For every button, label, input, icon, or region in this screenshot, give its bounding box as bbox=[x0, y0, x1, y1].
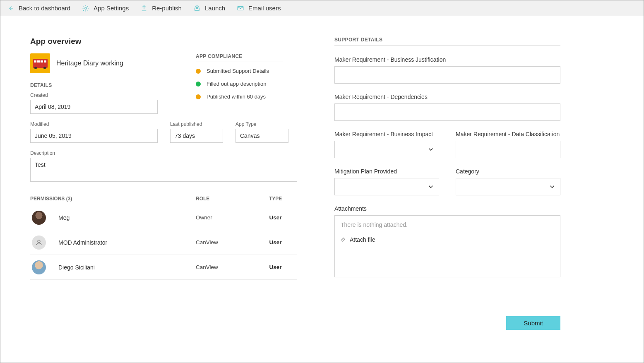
permission-role: CanView bbox=[196, 264, 254, 270]
permission-role: Owner bbox=[196, 214, 254, 221]
share-icon bbox=[193, 5, 201, 12]
attachments-label: Attachments bbox=[334, 205, 560, 212]
app-settings-button[interactable]: App Settings bbox=[82, 5, 129, 12]
email-label: Email users bbox=[248, 5, 281, 12]
chevron-down-icon bbox=[427, 183, 435, 190]
arrow-left-icon bbox=[7, 5, 14, 12]
permission-type: User bbox=[254, 214, 297, 221]
biz-impact-label: Maker Requirement - Business Impact bbox=[334, 131, 439, 137]
modified-label: Modified bbox=[30, 121, 158, 127]
compliance-item: Published within 60 days bbox=[196, 94, 283, 100]
chevron-down-icon bbox=[548, 183, 556, 190]
avatar bbox=[32, 236, 46, 250]
biz-justification-label: Maker Requirement - Business Justificati… bbox=[334, 56, 560, 63]
description-value: Test bbox=[30, 158, 297, 182]
details-heading: DETAILS bbox=[30, 82, 175, 88]
status-dot-orange-icon bbox=[196, 94, 201, 99]
apptype-value: Canvas bbox=[235, 129, 288, 143]
avatar bbox=[32, 260, 46, 274]
compliance-text: Filled out app description bbox=[207, 81, 267, 87]
app-name: Heritage Diary working bbox=[56, 60, 123, 67]
app-header: Heritage Diary working bbox=[30, 53, 175, 73]
top-command-bar: Back to dashboard App Settings Re-publis… bbox=[0, 0, 644, 16]
compliance-item: Filled out app description bbox=[196, 81, 283, 87]
category-label: Category bbox=[456, 168, 560, 175]
compliance-text: Published within 60 days bbox=[207, 94, 266, 100]
attachments-empty-text: There is nothing attached. bbox=[341, 221, 554, 228]
mitigation-select[interactable] bbox=[334, 178, 439, 195]
permission-type: User bbox=[254, 264, 297, 270]
status-dot-orange-icon bbox=[196, 69, 201, 74]
gear-icon bbox=[82, 5, 89, 12]
permission-name: Meg bbox=[58, 214, 70, 221]
email-users-button[interactable]: Email users bbox=[237, 5, 281, 12]
modified-value: June 05, 2019 bbox=[30, 129, 158, 143]
dependencies-input[interactable] bbox=[334, 103, 560, 121]
permissions-header: PERMISSIONS (3) ROLE TYPE bbox=[30, 196, 297, 205]
permission-row: Meg Owner User bbox=[30, 205, 297, 230]
avatar bbox=[32, 211, 46, 225]
upload-icon bbox=[140, 5, 148, 12]
republish-label: Re-publish bbox=[152, 5, 182, 12]
permission-name: MOD Administrator bbox=[58, 239, 107, 246]
type-heading: TYPE bbox=[254, 196, 297, 202]
apptype-label: App Type bbox=[235, 121, 288, 127]
description-label: Description bbox=[30, 150, 297, 156]
compliance-item: Submitted Support Details bbox=[196, 68, 283, 74]
launch-button[interactable]: Launch bbox=[193, 5, 225, 12]
status-dot-green-icon bbox=[196, 82, 201, 87]
back-to-dashboard-button[interactable]: Back to dashboard bbox=[7, 5, 70, 12]
lastpublished-value: 73 days bbox=[170, 129, 223, 143]
support-heading: SUPPORT DETAILS bbox=[334, 37, 560, 46]
attach-file-label: Attach file bbox=[350, 236, 375, 243]
attachments-box: There is nothing attached. Attach file bbox=[334, 215, 560, 277]
role-heading: ROLE bbox=[196, 196, 254, 202]
back-label: Back to dashboard bbox=[19, 5, 70, 12]
attach-file-button[interactable]: Attach file bbox=[341, 236, 554, 243]
compliance-heading: APP COMPLIANCE bbox=[196, 53, 283, 62]
svg-rect-1 bbox=[238, 6, 243, 10]
lastpublished-label: Last published bbox=[170, 121, 223, 127]
created-value: April 08, 2019 bbox=[30, 100, 158, 114]
paperclip-icon bbox=[341, 236, 346, 243]
page-title: App overview bbox=[30, 37, 297, 46]
settings-label: App Settings bbox=[94, 5, 129, 12]
republish-button[interactable]: Re-publish bbox=[140, 5, 182, 12]
mitigation-label: Mitigation Plan Provided bbox=[334, 168, 439, 175]
app-tile-icon bbox=[30, 53, 50, 73]
permission-row: Diego Siciliani CanView User bbox=[30, 255, 297, 280]
permission-name: Diego Siciliani bbox=[58, 264, 95, 271]
biz-impact-select[interactable] bbox=[334, 141, 439, 158]
category-select[interactable] bbox=[456, 178, 560, 195]
mail-icon bbox=[237, 5, 244, 12]
data-class-input[interactable] bbox=[456, 141, 560, 158]
permission-role: CanView bbox=[196, 239, 254, 245]
submit-button[interactable]: Submit bbox=[506, 316, 560, 330]
biz-justification-input[interactable] bbox=[334, 66, 560, 84]
svg-point-0 bbox=[85, 7, 87, 9]
permission-type: User bbox=[254, 239, 297, 245]
launch-label: Launch bbox=[205, 5, 225, 12]
data-class-label: Maker Requirement - Data Classification bbox=[456, 131, 560, 137]
chevron-down-icon bbox=[427, 146, 435, 153]
person-icon bbox=[35, 239, 43, 246]
permission-row: MOD Administrator CanView User bbox=[30, 230, 297, 255]
svg-point-2 bbox=[38, 240, 40, 243]
created-label: Created bbox=[30, 92, 158, 98]
compliance-text: Submitted Support Details bbox=[207, 68, 269, 74]
dependencies-label: Maker Requirement - Dependencies bbox=[334, 94, 560, 100]
permissions-heading: PERMISSIONS (3) bbox=[30, 196, 196, 202]
